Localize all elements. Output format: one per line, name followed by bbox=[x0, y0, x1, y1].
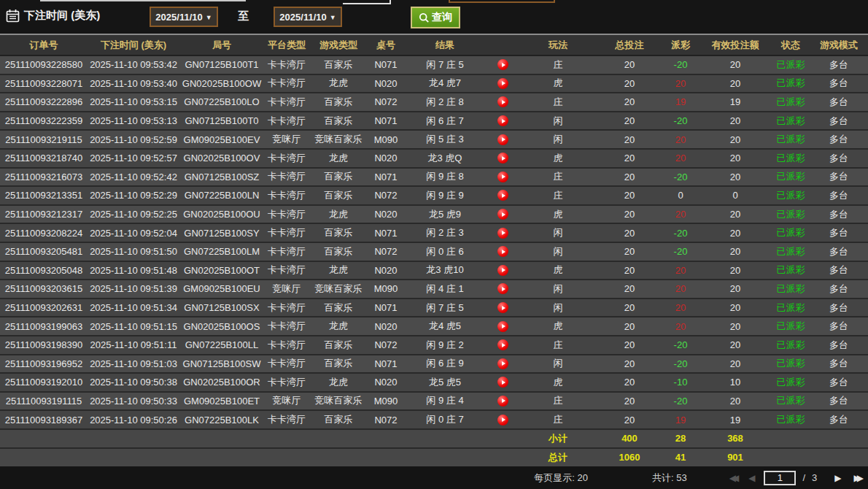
play-video-button[interactable] bbox=[497, 302, 508, 313]
first-page-button[interactable]: ◀◀ bbox=[729, 474, 739, 482]
prev-page-button[interactable]: ◀ bbox=[748, 474, 755, 482]
cell-game_type: 百家乐 bbox=[309, 56, 368, 75]
cell-round_id: GM09025B100EV bbox=[179, 131, 264, 150]
play-video-button[interactable] bbox=[497, 415, 508, 426]
subtotal-row-mode bbox=[810, 430, 868, 449]
cell-payout: 20 bbox=[662, 131, 699, 150]
play-video-button[interactable] bbox=[497, 78, 508, 89]
cell-payout: 20 bbox=[662, 75, 699, 94]
play-icon bbox=[502, 174, 505, 179]
cell-status: 已派彩 bbox=[772, 374, 810, 393]
cell-bet_time: 2025-11-10 09:53:42 bbox=[88, 56, 179, 75]
play-video-button[interactable] bbox=[497, 153, 508, 163]
cell-mode: 多台 bbox=[810, 56, 868, 75]
col-header-platform: 平台类型 bbox=[264, 35, 309, 56]
cell-platform: 卡卡湾厅 bbox=[264, 206, 309, 225]
cell-table_id: N071 bbox=[368, 355, 404, 374]
cell-valid_bet: 20 bbox=[699, 112, 772, 131]
cell-game_type: 龙虎 bbox=[309, 75, 368, 94]
cell-game_type: 百家乐 bbox=[309, 299, 368, 318]
play-video-button[interactable] bbox=[497, 396, 508, 407]
cell-round_id: GN02025B100OS bbox=[179, 317, 264, 336]
play-video-button[interactable] bbox=[497, 339, 508, 350]
play-icon bbox=[502, 193, 505, 198]
play-video-button[interactable] bbox=[497, 246, 508, 257]
date-to-select[interactable]: 2025/11/10 ▼ bbox=[274, 7, 342, 27]
play-video-button[interactable] bbox=[497, 321, 508, 332]
cell-payout: -20 bbox=[662, 355, 699, 374]
grand-total-row-game_type bbox=[309, 449, 368, 468]
cell-bet_side: 闲 bbox=[519, 280, 597, 299]
cell-table_id: N071 bbox=[368, 112, 404, 131]
cell-table_id: N071 bbox=[368, 224, 404, 243]
cell-payout: 19 bbox=[662, 411, 699, 430]
cell-status: 已派彩 bbox=[772, 56, 810, 75]
cell-table_id: N071 bbox=[368, 56, 404, 75]
cell-bet_side: 闲 bbox=[519, 243, 597, 262]
search-button[interactable]: 查询 bbox=[411, 7, 460, 28]
cell-table_id: N020 bbox=[368, 150, 404, 169]
cell-round_id: GN02025B100OU bbox=[179, 206, 264, 225]
subtotal-row-platform bbox=[264, 430, 309, 449]
cell-game_type: 百家乐 bbox=[309, 112, 368, 131]
cell-payout: 19 bbox=[662, 93, 699, 112]
cell-valid_bet: 20 bbox=[699, 56, 772, 75]
play-video-button[interactable] bbox=[497, 228, 508, 239]
col-header-play bbox=[486, 35, 519, 56]
cell-bet_side: 闲 bbox=[519, 112, 597, 131]
cell-mode: 多台 bbox=[810, 411, 868, 430]
subtotal-row-total_bet: 400 bbox=[597, 430, 662, 449]
play-video-button[interactable] bbox=[497, 59, 508, 70]
play-video-button[interactable] bbox=[497, 377, 508, 388]
cell-bet_time: 2025-11-10 09:50:26 bbox=[88, 411, 179, 430]
cell-total_bet: 20 bbox=[597, 150, 662, 169]
cell-bet_time: 2025-11-10 09:50:33 bbox=[88, 393, 179, 412]
cell-bet_time: 2025-11-10 09:51:11 bbox=[88, 336, 179, 355]
cell-total_bet: 20 bbox=[597, 243, 662, 262]
cell-bet_time: 2025-11-10 09:51:15 bbox=[88, 317, 179, 336]
cell-status: 已派彩 bbox=[772, 243, 810, 262]
play-video-button[interactable] bbox=[497, 134, 508, 145]
grand-total-row-valid_bet: 901 bbox=[699, 449, 772, 468]
cell-table_id: N072 bbox=[368, 93, 404, 112]
play-video-button[interactable] bbox=[497, 172, 508, 182]
cell-round_id: GN02025B100OR bbox=[179, 374, 264, 393]
cell-total_bet: 20 bbox=[597, 206, 662, 225]
play-video-button[interactable] bbox=[497, 190, 508, 201]
play-video-button[interactable] bbox=[497, 115, 508, 126]
cell-bet_time: 2025-11-10 09:52:29 bbox=[88, 187, 179, 206]
subtotal-row-status bbox=[772, 430, 810, 449]
col-header-round_id: 局号 bbox=[179, 35, 264, 56]
cell-round_id: GN07125B100SW bbox=[179, 355, 264, 374]
caret-down-icon: ▼ bbox=[206, 14, 212, 21]
date-from-select[interactable]: 2025/11/10 ▼ bbox=[150, 7, 218, 27]
cell-status: 已派彩 bbox=[772, 280, 810, 299]
next-page-button[interactable]: ▶ bbox=[834, 474, 841, 482]
cell-game_type: 龙虎 bbox=[309, 262, 368, 281]
play-icon bbox=[502, 380, 505, 385]
play-video-button[interactable] bbox=[497, 358, 508, 369]
cell-total_bet: 20 bbox=[597, 131, 662, 150]
cell-order_id: 251110093202631 bbox=[0, 299, 88, 318]
cell-valid_bet: 20 bbox=[699, 150, 772, 169]
play-video-button[interactable] bbox=[497, 96, 508, 107]
cell-payout: -10 bbox=[662, 374, 699, 393]
play-icon bbox=[502, 361, 505, 366]
cell-game_type: 百家乐 bbox=[309, 187, 368, 206]
calendar-icon bbox=[6, 9, 20, 23]
cell-result: 闲 2 庄 3 bbox=[404, 224, 486, 243]
cell-platform: 竞咪厅 bbox=[264, 280, 309, 299]
cell-order_id: 251110093196952 bbox=[0, 355, 88, 374]
subtotal-row-payout: 28 bbox=[662, 430, 699, 449]
play-video-button[interactable] bbox=[497, 283, 508, 294]
page-number-input[interactable] bbox=[764, 471, 796, 485]
cell-mode: 多台 bbox=[810, 299, 868, 318]
play-video-button[interactable] bbox=[497, 209, 508, 220]
last-page-button[interactable]: ▶▶ bbox=[854, 474, 864, 482]
cell-result: 闲 5 庄 3 bbox=[404, 131, 486, 150]
cell-play bbox=[486, 411, 519, 430]
cell-platform: 卡卡湾厅 bbox=[264, 187, 309, 206]
play-icon bbox=[502, 417, 505, 422]
cell-order_id: 251110093222896 bbox=[0, 93, 88, 112]
play-video-button[interactable] bbox=[497, 265, 508, 276]
